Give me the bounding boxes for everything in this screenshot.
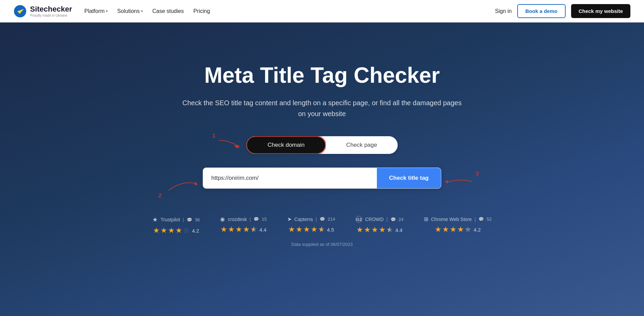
capterra-rating: 4.5 [327, 227, 334, 233]
g2crowd-stars: ★ ★ ★ ★ ★ ★ 4.4 [356, 225, 402, 234]
crozdesk-stars: ★ ★ ★ ★ ★ ★ 4.4 [220, 225, 266, 234]
g2crowd-count: 24 [399, 217, 403, 222]
tab-check-domain[interactable]: Check domain [246, 136, 326, 154]
crozdesk-rating: 4.4 [259, 227, 266, 233]
annotation-3: 3 [476, 171, 479, 177]
rating-trustpilot: ★ Trustpilot | 💬 36 ★ ★ ★ ★ ☆ 4.2 [152, 216, 200, 235]
platform-arrow-icon: ▾ [106, 9, 108, 13]
nav-platform[interactable]: Platform ▾ [85, 8, 108, 14]
trustpilot-count: 36 [195, 217, 200, 222]
logo[interactable]: Sitechecker Proudly made in Ukraine [14, 5, 72, 18]
g2crowd-icon: G2 [355, 216, 362, 223]
navbar-left: Sitechecker Proudly made in Ukraine Plat… [14, 5, 210, 18]
check-website-button[interactable]: Check my website [571, 4, 630, 18]
rating-chrome-webstore: ⊞ Chrome Web Store | 💬 52 ★ ★ ★ ★ ★ ★ 4.… [424, 216, 492, 234]
rating-crozdesk: ◉ crozdesk | 💬 15 ★ ★ ★ ★ ★ ★ 4.4 [220, 216, 266, 234]
comment-icon-capterra: 💬 [320, 217, 325, 222]
trustpilot-rating: 4.2 [192, 228, 199, 234]
chrome-rating: 4.2 [474, 227, 481, 233]
hero-subtitle: Check the SEO title tag content and leng… [182, 97, 462, 119]
chrome-stars: ★ ★ ★ ★ ★ ★ 4.2 [435, 225, 481, 234]
trustpilot-icon: ★ [152, 216, 158, 223]
crozdesk-icon: ◉ [220, 216, 225, 222]
chrome-icon: ⊞ [424, 216, 428, 222]
ratings-row: ★ Trustpilot | 💬 36 ★ ★ ★ ★ ☆ 4.2 ◉ croz… [152, 216, 491, 235]
trustpilot-stars: ★ ★ ★ ★ ☆ 4.2 [153, 226, 199, 235]
capterra-icon: ➤ [287, 216, 292, 222]
annotation-1: 1 [212, 133, 215, 139]
tab-container: Check domain Check page [246, 136, 397, 154]
comment-icon-chrome: 💬 [478, 217, 484, 222]
capterra-count: 214 [328, 217, 335, 222]
navbar: Sitechecker Proudly made in Ukraine Plat… [0, 0, 644, 22]
url-input[interactable] [203, 168, 377, 188]
nav-pricing[interactable]: Pricing [193, 8, 210, 14]
input-section: 2 3 Check title tag [203, 168, 441, 189]
data-supplied-text: Data supplied as of 06/07/2023 [291, 242, 353, 247]
nav-case-studies[interactable]: Case studies [152, 8, 184, 14]
navbar-right: Sign in Book a demo Check my website [495, 4, 630, 18]
arrow-3-icon [438, 175, 475, 189]
rating-g2crowd: G2 CROWD | 💬 24 ★ ★ ★ ★ ★ ★ 4.4 [355, 216, 403, 234]
arrow-1-icon [216, 137, 250, 154]
trustpilot-name: Trustpilot [160, 217, 180, 222]
logo-text: Sitechecker Proudly made in Ukraine [30, 5, 72, 17]
rating-capterra: ➤ Capterra | 💬 214 ★ ★ ★ ★ ★ ★ 4.5 [287, 216, 335, 234]
crozdesk-count: 15 [262, 217, 266, 222]
annotation-2: 2 [158, 193, 162, 199]
hero-section: Meta Title Tag Checker Check the SEO tit… [0, 22, 644, 316]
comment-icon-crozdesk: 💬 [254, 217, 259, 222]
tab-section: 1 Check domain Check page [246, 136, 397, 161]
comment-icon-trustpilot: 💬 [187, 217, 192, 222]
arrow-2-icon [162, 173, 210, 194]
comment-icon-g2: 💬 [390, 217, 396, 222]
svg-marker-3 [445, 180, 448, 184]
check-title-tag-button[interactable]: Check title tag [377, 168, 441, 188]
nav-solutions[interactable]: Solutions ▾ [117, 8, 143, 14]
book-demo-button[interactable]: Book a demo [517, 4, 566, 18]
sign-in-button[interactable]: Sign in [495, 8, 512, 14]
g2crowd-name: CROWD [365, 217, 383, 222]
logo-name: Sitechecker [30, 5, 72, 14]
solutions-arrow-icon: ▾ [141, 9, 143, 13]
logo-icon [14, 5, 27, 18]
nav-links: Platform ▾ Solutions ▾ Case studies Pric… [85, 8, 210, 14]
crozdesk-name: crozdesk [228, 217, 247, 222]
capterra-stars: ★ ★ ★ ★ ★ ★ 4.5 [288, 225, 334, 234]
tab-check-page[interactable]: Check page [326, 136, 398, 154]
chrome-name: Chrome Web Store [431, 217, 472, 222]
chrome-count: 52 [487, 217, 491, 222]
input-row: Check title tag [203, 168, 441, 189]
g2crowd-rating: 4.4 [395, 227, 402, 233]
logo-sub: Proudly made in Ukraine [30, 14, 72, 17]
hero-title: Meta Title Tag Checker [204, 63, 440, 87]
capterra-name: Capterra [294, 217, 313, 222]
